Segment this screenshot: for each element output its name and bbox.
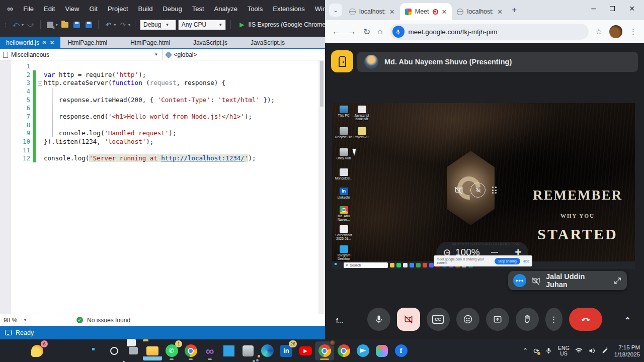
zoom-out-icon[interactable] xyxy=(444,249,450,256)
vs-tab-htmlpage.html[interactable]: HtmlPage.html xyxy=(61,37,113,48)
new-tab-button[interactable]: + xyxy=(512,5,517,15)
present-screen-button[interactable] xyxy=(486,308,509,331)
home-button[interactable]: ⌂ xyxy=(377,27,382,37)
close-tab-icon[interactable]: ✕ xyxy=(389,8,395,16)
close-window-button[interactable]: ✕ xyxy=(629,5,635,13)
save-button[interactable] xyxy=(72,20,82,30)
edge-button[interactable] xyxy=(258,341,277,360)
more-options-button[interactable]: ⋮ xyxy=(545,308,562,331)
save-all-button[interactable] xyxy=(84,20,94,30)
start-debug-icon[interactable]: ▶ xyxy=(239,21,244,28)
chrome-button[interactable] xyxy=(181,341,200,360)
profile-avatar[interactable] xyxy=(609,25,622,38)
menu-test[interactable]: Test xyxy=(187,3,209,15)
chrome-secondary-button[interactable] xyxy=(334,341,353,360)
new-project-button[interactable] xyxy=(45,20,55,30)
run-target-button[interactable]: IIS Express (Google Chrome xyxy=(248,21,325,28)
wifi-icon[interactable] xyxy=(575,347,583,354)
address-bar[interactable]: meet.google.com/fkj-mfjh-pim xyxy=(390,24,589,40)
telegram-button[interactable] xyxy=(353,341,372,360)
project-dropdown[interactable]: Miscellaneous ▼ xyxy=(0,49,163,60)
mic-off-overlay-icon[interactable] xyxy=(470,183,486,198)
code-editor[interactable]: 12var http = require('http');3−http.crea… xyxy=(0,60,325,314)
back-dropdown[interactable]: ▾ xyxy=(22,23,24,27)
close-tab-icon[interactable]: ✕ xyxy=(49,39,54,46)
undo-button[interactable]: ↶ xyxy=(103,20,113,30)
tile-more-options-icon[interactable] xyxy=(492,187,497,194)
self-view-tile[interactable]: ••• Jalal Uddin Juhan xyxy=(508,271,627,290)
widgets-button[interactable]: 6 xyxy=(28,341,47,360)
expand-tile-icon[interactable] xyxy=(613,277,622,285)
menu-extensions[interactable]: Extensions xyxy=(268,3,310,15)
search-button[interactable] xyxy=(105,341,124,360)
self-more-options-icon[interactable]: ••• xyxy=(513,274,526,287)
tab-search-button[interactable]: ⌄ xyxy=(329,4,342,17)
browser-back-button[interactable]: ← xyxy=(332,27,341,37)
file-explorer-button[interactable] xyxy=(143,341,162,360)
bookmark-star-icon[interactable]: ☆ xyxy=(596,27,602,36)
browser-tab-meet[interactable]: Meet✕ xyxy=(400,3,452,20)
end-call-button[interactable] xyxy=(569,308,602,331)
maximize-button[interactable] xyxy=(610,6,615,11)
browser-menu-icon[interactable]: ⋮ xyxy=(629,27,637,36)
vscode-button[interactable] xyxy=(219,341,238,360)
menu-file[interactable]: File xyxy=(18,3,39,15)
tray-overflow-icon[interactable]: ⌃ xyxy=(522,347,528,354)
navigate-back-button[interactable]: ⤺ xyxy=(11,20,21,30)
open-file-button[interactable] xyxy=(60,20,70,30)
menu-build[interactable]: Build xyxy=(133,3,158,15)
facebook-button[interactable]: f xyxy=(391,341,411,360)
vs-tab-htmlpage.html[interactable]: HtmlPage.html xyxy=(124,37,176,48)
raise-hand-button[interactable] xyxy=(516,308,539,331)
reload-button[interactable]: ↻ xyxy=(363,27,370,37)
browser-tab-localhost[interactable]: localhost:✕ xyxy=(452,3,508,20)
close-tab-icon[interactable]: ✕ xyxy=(497,8,503,16)
camera-off-overlay-icon[interactable] xyxy=(454,185,464,195)
feedback-icon[interactable] xyxy=(5,330,12,335)
solution-config-dropdown[interactable]: Debug▼ xyxy=(140,20,176,30)
hide-sharing-bar-link[interactable]: Hide xyxy=(523,259,529,263)
menu-tools[interactable]: Tools xyxy=(243,3,268,15)
copilot-button[interactable] xyxy=(372,341,391,360)
menu-view[interactable]: View xyxy=(60,3,84,15)
chrome-profile-button[interactable] xyxy=(315,341,334,360)
collapse-controls-icon[interactable]: ⌃ xyxy=(624,316,631,325)
menu-analyze[interactable]: Analyze xyxy=(209,3,243,15)
mic-in-use-indicator-icon[interactable] xyxy=(392,26,405,38)
sync-status-icon[interactable]: ⟳ xyxy=(533,347,539,355)
stop-sharing-button[interactable]: Stop sharing xyxy=(495,258,520,264)
pen-icon[interactable] xyxy=(601,347,609,354)
navigate-forward-button[interactable]: ⤻ xyxy=(26,20,36,30)
menu-project[interactable]: Project xyxy=(103,3,133,15)
browser-forward-button[interactable]: → xyxy=(348,27,356,37)
volume-icon[interactable] xyxy=(588,347,596,354)
menu-debug[interactable]: Debug xyxy=(157,3,187,15)
url-text[interactable]: meet.google.com/fkj-mfjh-pim xyxy=(409,28,498,36)
minimize-button[interactable]: – xyxy=(591,4,596,13)
menu-git[interactable]: Git xyxy=(84,3,103,15)
start-button[interactable] xyxy=(86,341,105,360)
camera-off-button[interactable] xyxy=(397,308,420,331)
shared-screen-tile[interactable]: REMEMBER WHY YOU STARTED BESTMOTIVATIONW… xyxy=(332,103,635,269)
menu-edit[interactable]: Edit xyxy=(39,3,60,15)
dev-tool-button[interactable] xyxy=(238,341,258,360)
captions-button[interactable]: CC xyxy=(427,308,450,331)
solution-platform-dropdown[interactable]: Any CPU▼ xyxy=(178,20,226,30)
visual-studio-button[interactable]: ∞ xyxy=(200,341,219,360)
pin-tab-icon[interactable]: ⊕ xyxy=(41,39,47,46)
editor-scrollbar[interactable] xyxy=(318,60,325,314)
reactions-button[interactable] xyxy=(456,308,479,331)
task-view-button[interactable] xyxy=(124,341,143,360)
microphone-button[interactable] xyxy=(367,308,390,331)
scope-dropdown[interactable]: <global> xyxy=(163,49,326,60)
close-tab-icon[interactable]: ✕ xyxy=(442,8,447,16)
fold-toggle-icon[interactable]: − xyxy=(38,81,42,85)
tray-microphone-icon[interactable] xyxy=(545,347,552,354)
clock[interactable]: 7:15 PM 1/18/2025 xyxy=(614,344,640,358)
editor-zoom-dropdown[interactable]: 98 %▼ xyxy=(0,314,31,326)
whatsapp-button[interactable]: ✆ 1 xyxy=(162,341,181,360)
browser-tab-localhost[interactable]: localhost:✕ xyxy=(344,3,400,20)
vs-tab-helloworld.js[interactable]: helloworld.js⊕✕ xyxy=(0,37,60,48)
redo-button[interactable]: ↷ xyxy=(118,20,128,30)
linkedin-button[interactable]: in 26 xyxy=(277,341,296,360)
